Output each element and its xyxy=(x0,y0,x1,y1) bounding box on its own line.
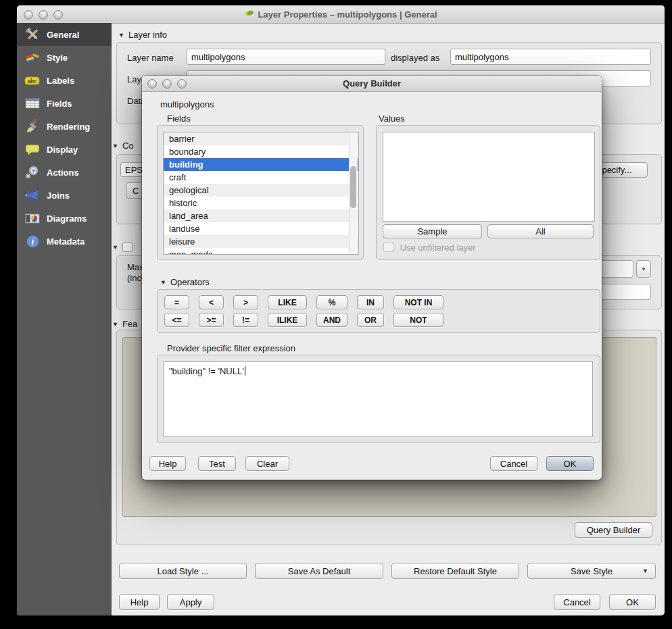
scale-visibility-checkbox[interactable] xyxy=(122,242,133,252)
layer-info-section-header[interactable]: ▼ Layer info xyxy=(118,30,167,40)
scale-combo-arrow-button[interactable]: ▼ xyxy=(636,260,651,278)
field-row[interactable]: craft xyxy=(164,171,358,184)
sidebar-label: Labels xyxy=(47,76,74,86)
window-title: Layer Properties – multipolygons | Gener… xyxy=(17,5,665,23)
cancel-button[interactable]: Cancel xyxy=(554,594,600,610)
apply-button[interactable]: Apply xyxy=(167,594,214,610)
disclosure-triangle-icon: ▼ xyxy=(112,244,118,251)
operator-like-button[interactable]: LIKE xyxy=(268,295,307,309)
sidebar-item-actions[interactable]: Actions xyxy=(17,161,112,184)
layer-name-input[interactable] xyxy=(187,49,385,65)
desktop: Layer Properties – multipolygons | Gener… xyxy=(0,0,672,629)
load-style-button[interactable]: Load Style ... xyxy=(119,563,247,579)
dialog-layer-name: multipolygons xyxy=(160,99,214,109)
operator-or-button[interactable]: OR xyxy=(357,313,384,327)
operators-groupbox: = < > LIKE % IN NOT IN <= >= != ILIKE AN… xyxy=(157,289,600,333)
dialog-titlebar: Query Builder xyxy=(142,76,602,92)
brush-icon xyxy=(24,118,41,134)
query-builder-button[interactable]: Query Builder xyxy=(575,522,652,538)
paintbrush-icon xyxy=(24,49,41,66)
sidebar-label: Actions xyxy=(47,168,79,178)
sidebar-item-fields[interactable]: Fields xyxy=(17,92,112,115)
all-button[interactable]: All xyxy=(487,224,594,238)
qgis-logo-icon xyxy=(244,8,254,20)
crs-section-header[interactable]: ▼ Co xyxy=(112,141,134,151)
sidebar-item-joins[interactable]: Joins xyxy=(17,184,112,207)
field-row[interactable]: man_made xyxy=(164,248,358,255)
fields-list[interactable]: barrier boundary building craft geologic… xyxy=(163,132,359,255)
sidebar-item-style[interactable]: Style xyxy=(17,46,112,69)
save-style-button[interactable]: Save Style ▼ xyxy=(527,563,656,579)
operator-eq-button[interactable]: = xyxy=(164,295,189,309)
sidebar-item-metadata[interactable]: i Metadata xyxy=(17,230,112,253)
chevron-down-icon: ▼ xyxy=(641,266,646,272)
operator-pct-button[interactable]: % xyxy=(316,295,347,309)
dialog-clear-button[interactable]: Clear xyxy=(245,456,289,471)
sidebar-item-labels[interactable]: abc Labels xyxy=(17,69,112,92)
sample-button[interactable]: Sample xyxy=(383,224,482,238)
ok-button[interactable]: OK xyxy=(609,594,656,610)
fields-scrollbar[interactable] xyxy=(349,133,358,253)
info-icon: i xyxy=(24,234,41,249)
dialog-ok-button[interactable]: OK xyxy=(546,456,594,471)
displayed-as-input[interactable] xyxy=(450,49,651,65)
expression-textarea[interactable]: "building" != 'NULL' xyxy=(163,361,593,436)
field-row[interactable]: leisure xyxy=(164,235,358,248)
operator-ilike-button[interactable]: ILIKE xyxy=(268,313,307,327)
layer-name-label: Layer name xyxy=(127,53,174,63)
scale-visibility-section-header[interactable]: ▼ xyxy=(112,242,133,252)
operator-ne-button[interactable]: != xyxy=(233,313,258,327)
operator-le-button[interactable]: <= xyxy=(164,313,189,327)
field-row[interactable]: boundary xyxy=(164,145,358,158)
feature-subset-section-header[interactable]: ▼ Fea xyxy=(112,319,137,329)
sidebar-item-diagrams[interactable]: Diagrams xyxy=(17,207,112,230)
max-scale-label: Max xyxy=(127,262,144,272)
field-row[interactable]: landuse xyxy=(164,222,358,235)
fields-label: Fields xyxy=(167,114,191,124)
field-row-selected[interactable]: building xyxy=(164,158,358,171)
field-row[interactable]: historic xyxy=(164,197,358,209)
dialog-cancel-button[interactable]: Cancel xyxy=(490,456,537,471)
sidebar-item-general[interactable]: General xyxy=(17,23,112,46)
chevron-down-icon: ▼ xyxy=(642,568,648,574)
help-button[interactable]: Help xyxy=(119,594,160,610)
operators-section-header[interactable]: ▼ Operators xyxy=(160,277,210,287)
save-as-default-button[interactable]: Save As Default xyxy=(255,563,383,579)
tools-icon xyxy=(24,26,41,43)
displayed-as-label: displayed as xyxy=(391,53,439,63)
operator-lt-button[interactable]: < xyxy=(199,295,224,309)
expression-label: Provider specific filter expression xyxy=(167,343,295,353)
field-row[interactable]: geological xyxy=(164,184,358,197)
sidebar-label: Rendering xyxy=(47,122,90,132)
main-titlebar: Layer Properties – multipolygons | Gener… xyxy=(17,5,665,24)
use-unfiltered-row: Use unfiltered layer xyxy=(383,242,476,253)
sidebar-item-display[interactable]: Display xyxy=(17,138,112,161)
operator-in-button[interactable]: IN xyxy=(357,295,384,309)
use-unfiltered-label: Use unfiltered layer xyxy=(400,243,476,253)
field-row[interactable]: land_area xyxy=(164,209,358,222)
dialog-help-button[interactable]: Help xyxy=(149,456,186,471)
restore-default-style-button[interactable]: Restore Default Style xyxy=(391,563,519,579)
values-list[interactable] xyxy=(383,132,595,222)
operator-gt-button[interactable]: > xyxy=(233,295,258,309)
operator-notin-button[interactable]: NOT IN xyxy=(393,295,443,309)
disclosure-triangle-icon: ▼ xyxy=(112,143,118,149)
sidebar-item-rendering[interactable]: Rendering xyxy=(17,115,112,138)
scrollbar-thumb[interactable] xyxy=(350,166,356,208)
label-tag-icon: abc xyxy=(24,72,41,89)
disclosure-triangle-icon: ▼ xyxy=(118,32,124,39)
operator-and-button[interactable]: AND xyxy=(316,313,347,327)
expression-groupbox: "building" != 'NULL' xyxy=(157,355,600,443)
field-row[interactable]: barrier xyxy=(164,132,358,145)
sidebar-label: General xyxy=(47,30,79,40)
dialog-test-button[interactable]: Test xyxy=(198,456,236,471)
diagram-icon xyxy=(24,210,41,226)
dialog-title: Query Builder xyxy=(142,76,602,91)
operator-ge-button[interactable]: >= xyxy=(199,313,224,327)
operator-not-button[interactable]: NOT xyxy=(393,313,443,327)
sidebar-label: Fields xyxy=(47,99,72,109)
disclosure-triangle-icon: ▼ xyxy=(112,321,118,328)
values-label: Values xyxy=(379,114,405,124)
sidebar-label: Style xyxy=(47,53,68,63)
use-unfiltered-checkbox[interactable] xyxy=(383,242,393,252)
